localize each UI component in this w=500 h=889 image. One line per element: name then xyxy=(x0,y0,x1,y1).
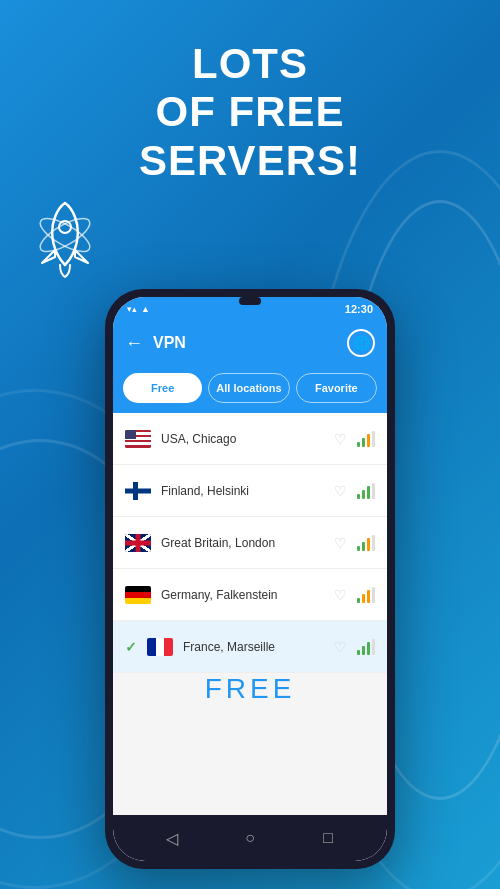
phone-outer: ▾▴ ▲ 12:30 ← VPN 🌐 Free All locations Fa… xyxy=(105,289,395,869)
signal-icon: ▾▴ xyxy=(127,304,137,314)
svg-point-0 xyxy=(59,221,71,233)
server-name-france: France, Marseille xyxy=(183,640,324,654)
flag-germany xyxy=(125,586,151,604)
signal-uk xyxy=(357,535,375,551)
nav-recent-icon: □ xyxy=(323,829,333,847)
server-item-germany[interactable]: Germany, Falkenstein ♡ xyxy=(113,569,387,621)
headline-line1: Lots xyxy=(192,40,308,87)
flag-finland xyxy=(125,482,151,500)
server-list: USA, Chicago ♡ Finland, Helsin xyxy=(113,413,387,815)
selected-check-icon: ✓ xyxy=(125,639,137,655)
nav-back-icon: ◁ xyxy=(166,829,178,848)
signal-usa xyxy=(357,431,375,447)
flag-usa xyxy=(125,430,151,448)
status-time: 12:30 xyxy=(345,303,373,315)
free-area: FREE xyxy=(113,673,387,705)
server-item-finland[interactable]: Finland, Helsinki ♡ xyxy=(113,465,387,517)
tab-bar: Free All locations Favorite xyxy=(113,365,387,413)
favorite-icon-usa[interactable]: ♡ xyxy=(334,431,347,447)
flag-france xyxy=(147,638,173,656)
headline: Lots of free servers! xyxy=(0,30,500,195)
nav-home-button[interactable]: ○ xyxy=(240,828,260,848)
headline-line2: of free xyxy=(155,88,344,135)
signal-germany xyxy=(357,587,375,603)
favorite-icon-france[interactable]: ♡ xyxy=(334,639,347,655)
favorite-icon-finland[interactable]: ♡ xyxy=(334,483,347,499)
server-name-usa: USA, Chicago xyxy=(161,432,324,446)
phone-mockup: ▾▴ ▲ 12:30 ← VPN 🌐 Free All locations Fa… xyxy=(105,289,395,869)
favorite-icon-uk[interactable]: ♡ xyxy=(334,535,347,551)
server-name-germany: Germany, Falkenstein xyxy=(161,588,324,602)
app-title: VPN xyxy=(153,334,347,352)
tab-all-locations[interactable]: All locations xyxy=(208,373,289,403)
globe-button[interactable]: 🌐 xyxy=(347,329,375,357)
wifi-icon: ▲ xyxy=(141,304,150,314)
nav-recent-button[interactable]: □ xyxy=(318,828,338,848)
server-name-uk: Great Britain, London xyxy=(161,536,324,550)
server-item-uk[interactable]: Great Britain, London ♡ xyxy=(113,517,387,569)
server-name-finland: Finland, Helsinki xyxy=(161,484,324,498)
signal-finland xyxy=(357,483,375,499)
tab-favorite[interactable]: Favorite xyxy=(296,373,377,403)
headline-line3: servers! xyxy=(139,137,361,184)
nav-back-button[interactable]: ◁ xyxy=(162,828,182,848)
server-item-usa[interactable]: USA, Chicago ♡ xyxy=(113,413,387,465)
status-icons-left: ▾▴ ▲ xyxy=(127,304,150,314)
tab-free[interactable]: Free xyxy=(123,373,202,403)
app-bar: ← VPN 🌐 xyxy=(113,321,387,365)
phone-screen: ▾▴ ▲ 12:30 ← VPN 🌐 Free All locations Fa… xyxy=(113,297,387,861)
bottom-nav: ◁ ○ □ xyxy=(113,815,387,861)
globe-icon: 🌐 xyxy=(353,335,370,351)
flag-uk xyxy=(125,534,151,552)
server-item-france[interactable]: ✓ France, Marseille ♡ xyxy=(113,621,387,673)
favorite-icon-germany[interactable]: ♡ xyxy=(334,587,347,603)
camera-notch xyxy=(239,297,261,305)
back-button[interactable]: ← xyxy=(125,333,143,354)
free-label: FREE xyxy=(205,673,296,705)
rocket-icon xyxy=(20,195,110,285)
nav-home-icon: ○ xyxy=(245,829,255,847)
signal-france xyxy=(357,639,375,655)
